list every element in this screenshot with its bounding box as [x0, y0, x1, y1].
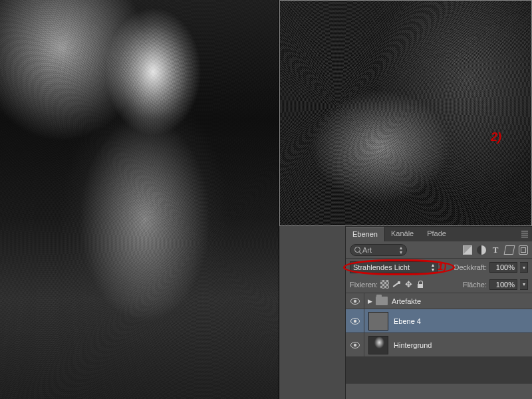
tab-paths[interactable]: Pfade [420, 227, 453, 241]
layer-name: Ebene 4 [394, 317, 421, 325]
layer-type-filters [463, 245, 528, 255]
filter-adjustment-icon[interactable] [477, 245, 486, 255]
detail-crop-photo: 2) [279, 0, 532, 226]
lock-position-icon[interactable] [404, 280, 413, 289]
stepper-icon: ▴▾ [432, 263, 434, 272]
tab-layers[interactable]: Ebenen [346, 227, 384, 241]
fill-label: Fläche: [463, 281, 487, 289]
panel-tabs: Ebenen Kanäle Pfade [346, 227, 532, 241]
lock-icons [380, 280, 425, 289]
lock-pixels-icon[interactable] [392, 280, 401, 289]
layer-hintergrund[interactable]: Hintergrund [346, 333, 532, 357]
layers-panel: Ebenen Kanäle Pfade Art ▴▾ Strahlendes L… [346, 226, 532, 399]
eye-icon [350, 298, 360, 305]
layer-filter-select[interactable]: Art ▴▾ [350, 244, 407, 256]
panel-empty-area [346, 357, 532, 384]
opacity-label: Deckkraft: [454, 263, 487, 271]
layer-group-artefakte[interactable]: ▶ Artefakte [346, 293, 532, 309]
annotation-number-2: 2) [491, 130, 501, 144]
layer-filter-row: Art ▴▾ [346, 241, 532, 259]
layer-name: Hintergrund [394, 341, 432, 349]
lock-label: Fixieren: [350, 281, 378, 289]
svg-point-1 [353, 299, 356, 302]
filter-smartobject-icon[interactable] [519, 245, 528, 255]
layer-ebene-4[interactable]: Ebene 4 [346, 309, 532, 333]
fill-caret[interactable]: ▾ [520, 279, 528, 290]
layer-list: ▶ Artefakte Ebene 4 Hintergrund [346, 293, 532, 357]
layer-thumbnail[interactable] [368, 336, 388, 354]
disclosure-triangle-icon[interactable]: ▶ [368, 298, 372, 305]
filter-shape-icon[interactable] [504, 245, 515, 255]
svg-point-3 [353, 319, 356, 322]
blend-mode-select[interactable]: Strahlendes Licht ▴▾ [350, 261, 438, 273]
filter-type-icon[interactable] [491, 245, 500, 255]
blend-opacity-row: Strahlendes Licht ▴▾ 1) Deckkraft: 100% … [346, 259, 532, 276]
filter-pixel-icon[interactable] [463, 245, 472, 255]
svg-point-5 [353, 343, 356, 346]
layer-thumbnail[interactable] [368, 312, 388, 331]
lock-all-icon[interactable] [416, 280, 425, 289]
search-icon [354, 247, 360, 253]
eye-icon [350, 342, 360, 348]
tab-channels[interactable]: Kanäle [384, 227, 420, 241]
opacity-field[interactable]: 100% [489, 262, 517, 273]
visibility-toggle[interactable] [346, 293, 364, 309]
panel-menu-button[interactable] [520, 227, 532, 241]
fill-field[interactable]: 100% [489, 279, 517, 290]
visibility-toggle[interactable] [346, 309, 364, 332]
opacity-caret[interactable]: ▾ [520, 262, 528, 273]
annotation-number-1: 1) [438, 261, 446, 272]
lock-transparency-icon[interactable] [380, 280, 389, 289]
lock-fill-row: Fixieren: Fläche: 100% ▾ [346, 276, 532, 293]
layer-name: Artefakte [392, 297, 421, 305]
folder-icon [376, 297, 388, 305]
stepper-icon: ▴▾ [400, 245, 402, 255]
eye-icon [350, 318, 360, 325]
visibility-toggle[interactable] [346, 333, 364, 356]
main-photo [0, 0, 279, 399]
blend-mode-value: Strahlendes Licht [353, 263, 410, 271]
layer-filter-label: Art [362, 246, 372, 254]
